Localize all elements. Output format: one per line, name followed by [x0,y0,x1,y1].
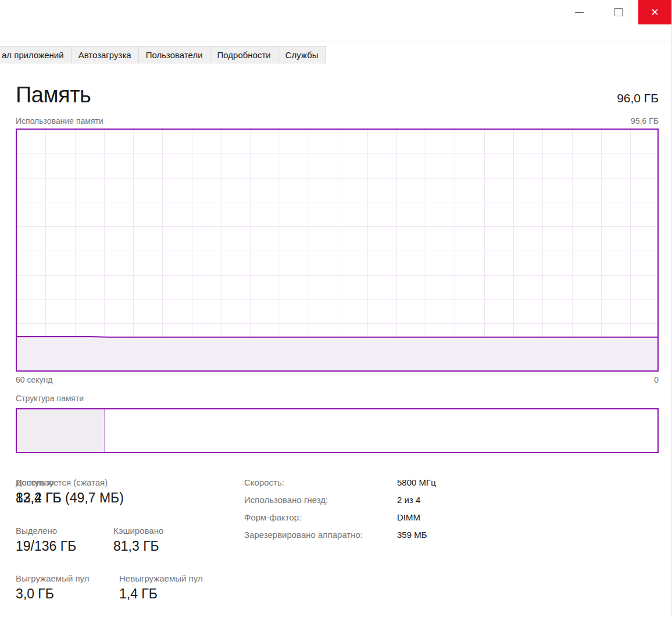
detail-value: DIMM [397,512,420,522]
detail-label: Форм-фактор: [244,512,397,522]
usage-area-fill [17,337,657,370]
detail-value: 5800 МГц [397,477,436,487]
detail-label: Зарезервировано аппаратно: [244,530,397,540]
stat-label: Невыгружаемый пул [119,573,203,583]
tab-details[interactable]: Подробности [210,46,278,63]
close-button[interactable]: ✕ [638,0,671,24]
maximize-icon [614,8,623,16]
detail-value: 359 МБ [397,530,427,540]
memory-stats: Используется (сжатая) 13,2 ГБ (49,7 МБ) … [16,477,659,614]
tab-strip: ал приложений Автозагрузка Пользователи … [0,41,671,63]
memory-composition-bar [16,408,659,453]
tab-app-history[interactable]: ал приложений [0,46,72,63]
detail-row-form-factor: Форм-фактор: DIMM [244,512,517,530]
stat-paged-pool: Выгружаемый пул 3,0 ГБ [16,573,90,602]
stat-value: 81,3 ГБ [113,538,163,554]
memory-usage-graph [16,129,659,372]
composition-label: Структура памяти [16,394,659,403]
detail-value: 2 из 4 [397,495,420,505]
detail-label: Использовано гнезд: [244,495,397,505]
usage-line-chart [17,130,657,370]
stat-value: 82,4 ГБ [16,490,62,506]
usage-line [17,337,657,337]
tab-startup[interactable]: Автозагрузка [72,46,139,63]
caption-buttons: ✕ [559,0,671,24]
minimize-button[interactable] [559,0,599,24]
total-memory-value: 96,0 ГБ [617,91,659,108]
titlebar: ✕ [0,0,671,41]
stat-cached: Кэшировано 81,3 ГБ [113,526,163,554]
detail-row-slots: Использовано гнезд: 2 из 4 [244,495,517,512]
stat-value: 19/136 ГБ [16,538,76,554]
stat-value: 3,0 ГБ [16,586,90,602]
x-axis-right-label: 0 [654,375,659,384]
stat-committed: Выделено 19/136 ГБ [16,526,76,554]
detail-row-hw-reserved: Зарезервировано аппаратно: 359 МБ [244,530,517,547]
task-manager-window: ✕ ал приложений Автозагрузка Пользовател… [0,0,672,617]
minimize-icon [575,12,584,13]
close-icon: ✕ [650,8,659,17]
stat-nonpaged-pool: Невыгружаемый пул 1,4 ГБ [119,573,203,602]
detail-row-speed: Скорость: 5800 МГц [244,477,517,495]
stat-label: Доступно [16,477,62,487]
detail-label: Скорость: [244,477,397,487]
page-title: Память [16,83,91,108]
composition-available-segment [105,409,657,452]
x-axis-left-label: 60 секунд [16,375,52,384]
usage-graph-label: Использование памяти [16,116,103,126]
hardware-details: Скорость: 5800 МГц Использовано гнезд: 2… [244,477,517,547]
stat-label: Кэшировано [113,526,163,536]
memory-pane: Память 96,0 ГБ Использование памяти 95,6… [16,63,659,614]
usage-graph-max-label: 95,6 ГБ [631,116,659,126]
tab-users[interactable]: Пользователи [139,46,210,63]
tab-services[interactable]: Службы [278,46,326,63]
maximize-button[interactable] [599,0,638,24]
stat-available: Доступно 82,4 ГБ [16,477,62,506]
stat-label: Выделено [16,526,76,536]
composition-used-segment [17,409,105,452]
stat-value: 1,4 ГБ [119,586,203,602]
stat-label: Выгружаемый пул [16,573,90,583]
